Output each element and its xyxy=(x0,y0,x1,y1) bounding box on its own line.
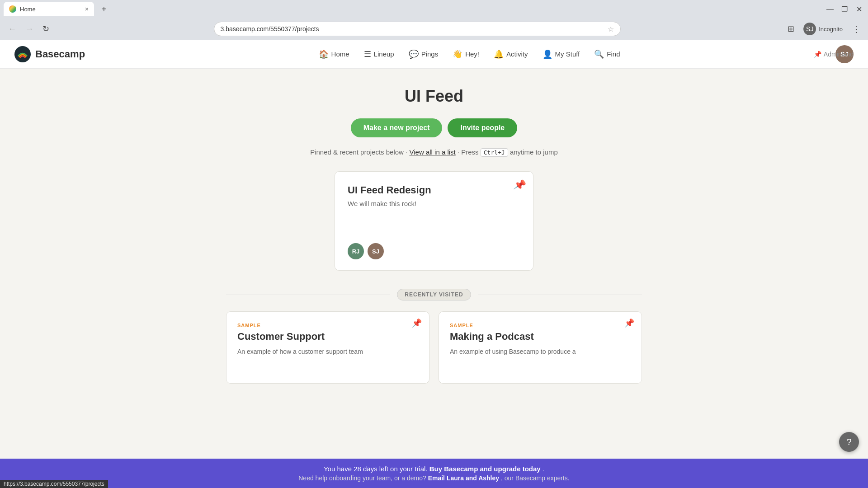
help-button[interactable]: ? xyxy=(839,432,859,452)
recently-visited-divider: RECENTLY VISITED xyxy=(226,289,642,300)
nav-pings-button[interactable]: 💬 Pings xyxy=(402,46,445,63)
incognito-label: Incognito xyxy=(819,26,843,33)
trial-banner: You have 28 days left on your trial. Buy… xyxy=(0,459,868,488)
trial-banner-line2: Need help onboarding your team, or a dem… xyxy=(9,474,859,482)
adminland-link[interactable]: 📌 Adminland xyxy=(814,51,854,58)
incognito-button[interactable]: SJ Incognito xyxy=(800,21,846,37)
sample-cards: 📌 SAMPLE Customer Support An example of … xyxy=(226,311,642,384)
member-sj-initials: SJ xyxy=(372,248,379,255)
nav-mystuff-label: My Stuff xyxy=(555,50,580,58)
incognito-avatar: SJ xyxy=(803,23,816,35)
nav-items: 🏠 Home ☰ Lineup 💬 Pings 👋 Hey! 🔔 Activit… xyxy=(103,46,835,63)
nav-pings-label: Pings xyxy=(421,50,439,58)
nav-lineup-label: Lineup xyxy=(374,50,394,58)
browser-menu-button[interactable]: ⋮ xyxy=(850,22,863,36)
nav-hey-label: Hey! xyxy=(465,50,479,58)
subtitle-text: Pinned & recent projects below · xyxy=(310,148,409,156)
url-text: 3.basecamp.com/5550377/projects xyxy=(221,25,604,33)
bookmark-icon: ☆ xyxy=(608,25,614,33)
tab-title: Home xyxy=(20,6,81,13)
pings-icon: 💬 xyxy=(409,49,419,59)
window-minimize-button[interactable]: — xyxy=(825,4,835,14)
refresh-button[interactable]: ↻ xyxy=(40,22,52,36)
second-line-after: , our Basecamp experts. xyxy=(501,474,570,482)
recently-visited-label: RECENTLY VISITED xyxy=(397,289,471,300)
main-content: UI Feed Make a new project Invite people… xyxy=(217,69,651,420)
find-icon: 🔍 xyxy=(594,49,604,59)
nav-home-label: Home xyxy=(331,50,349,58)
new-tab-button[interactable]: + xyxy=(98,2,110,16)
app-container: Basecamp 🏠 Home ☰ Lineup 💬 Pings 👋 Hey! … xyxy=(0,40,868,488)
nav-find-button[interactable]: 🔍 Find xyxy=(588,46,626,63)
member-avatar-rj[interactable]: RJ xyxy=(348,243,364,259)
nav-activity-button[interactable]: 🔔 Activity xyxy=(487,46,534,63)
pin-icon: 📌 xyxy=(513,178,527,192)
subtitle-end: anytime to jump xyxy=(510,148,558,156)
nav-hey-button[interactable]: 👋 Hey! xyxy=(446,46,486,63)
keyboard-shortcut: Ctrl+J xyxy=(481,148,508,157)
buy-basecamp-link[interactable]: Buy Basecamp and upgrade today xyxy=(429,465,541,473)
back-button[interactable]: ← xyxy=(5,23,19,36)
sample-pin-icon-1: 📌 xyxy=(412,318,422,328)
browser-chrome: Home × + — ❐ ✕ ← → ↻ 3.basecamp.com/5550… xyxy=(0,0,868,40)
nav-home-button[interactable]: 🏠 Home xyxy=(312,46,356,63)
nav-lineup-button[interactable]: ☰ Lineup xyxy=(358,46,401,63)
sample-name-2: Making a Podcast xyxy=(450,331,631,343)
window-close-button[interactable]: ✕ xyxy=(854,4,864,14)
mystuff-icon: 👤 xyxy=(542,49,552,59)
sample-desc-2: An example of using Basecamp to produce … xyxy=(450,347,631,357)
extensions-icon[interactable]: ⊞ xyxy=(786,22,796,36)
forward-button[interactable]: → xyxy=(23,23,36,36)
app-nav: Basecamp 🏠 Home ☰ Lineup 💬 Pings 👋 Hey! … xyxy=(0,40,868,69)
sample-label-2: SAMPLE xyxy=(450,323,631,328)
second-line-before: Need help onboarding your team, or a dem… xyxy=(298,474,428,482)
view-all-link[interactable]: View all in a list xyxy=(409,148,455,156)
status-url: https://3.basecamp.com/5550377/projects xyxy=(4,481,104,487)
sample-desc-1: An example of how a customer support tea… xyxy=(237,347,418,357)
project-description: We will make this rock! xyxy=(348,200,520,207)
page-title: UI Feed xyxy=(226,87,642,106)
sample-card-customer-support[interactable]: 📌 SAMPLE Customer Support An example of … xyxy=(226,311,429,384)
project-card[interactable]: 📌 UI Feed Redesign We will make this roc… xyxy=(335,171,533,271)
browser-addressbar: ← → ↻ 3.basecamp.com/5550377/projects ☆ … xyxy=(0,18,868,40)
window-restore-button[interactable]: ❐ xyxy=(839,4,850,14)
nav-mystuff-button[interactable]: 👤 My Stuff xyxy=(536,46,586,63)
nav-activity-label: Activity xyxy=(506,50,528,58)
browser-tab[interactable]: Home × xyxy=(4,2,94,16)
browser-toolbar-right: ⊞ SJ Incognito ⋮ xyxy=(786,21,863,37)
address-bar[interactable]: 3.basecamp.com/5550377/projects ☆ xyxy=(214,22,621,36)
sample-label-1: SAMPLE xyxy=(237,323,418,328)
member-rj-initials: RJ xyxy=(352,248,360,255)
project-members: RJ SJ xyxy=(348,243,384,259)
sample-card-making-podcast[interactable]: 📌 SAMPLE Making a Podcast An example of … xyxy=(439,311,642,384)
activity-icon: 🔔 xyxy=(494,49,504,59)
trial-text-before: You have 28 days left on your trial. xyxy=(324,465,429,473)
logo-link[interactable]: Basecamp xyxy=(14,46,85,62)
hey-icon: 👋 xyxy=(453,49,462,59)
basecamp-logo-icon xyxy=(14,46,31,62)
incognito-initials: SJ xyxy=(806,25,813,33)
subtitle-row: Pinned & recent projects below · View al… xyxy=(226,148,642,157)
invite-people-button[interactable]: Invite people xyxy=(448,118,517,137)
member-avatar-sj[interactable]: SJ xyxy=(368,243,384,259)
divider-line-left xyxy=(226,295,390,295)
adminland-label: Adminland xyxy=(824,51,854,58)
trial-banner-line1: You have 28 days left on your trial. Buy… xyxy=(9,465,859,473)
nav-find-label: Find xyxy=(607,50,620,58)
window-controls: — ❐ ✕ xyxy=(825,4,864,14)
sample-name-1: Customer Support xyxy=(237,331,418,343)
project-name: UI Feed Redesign xyxy=(348,184,520,196)
browser-titlebar: Home × + — ❐ ✕ xyxy=(0,0,868,18)
tab-favicon xyxy=(9,5,16,13)
adminland-pin-icon: 📌 xyxy=(814,51,821,58)
home-icon: 🏠 xyxy=(319,49,329,59)
new-project-button[interactable]: Make a new project xyxy=(351,118,443,137)
email-experts-link[interactable]: Email Laura and Ashley xyxy=(428,474,499,482)
subtitle-press: · Press xyxy=(458,148,481,156)
tab-close-icon[interactable]: × xyxy=(85,6,89,12)
sample-pin-icon-2: 📌 xyxy=(624,318,634,328)
trial-text-period: . xyxy=(542,465,544,473)
status-bar: https://3.basecamp.com/5550377/projects xyxy=(0,480,108,488)
lineup-icon: ☰ xyxy=(364,49,371,59)
logo-text: Basecamp xyxy=(35,48,85,60)
